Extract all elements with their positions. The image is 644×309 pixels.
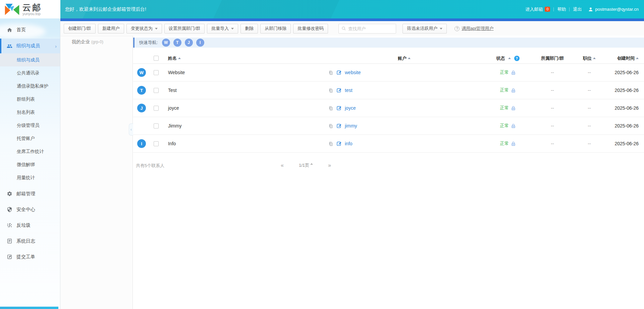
account-link[interactable]: website	[345, 70, 361, 75]
account-link[interactable]: info	[345, 141, 353, 146]
filter-inactive-users-button[interactable]: 筛选未活跃用户	[402, 24, 447, 34]
welcome-message: 您好，欢迎来到云邮企业邮箱管理后台!	[65, 0, 146, 18]
enter-mailbox-link[interactable]: 进入邮箱	[525, 6, 543, 12]
account-link[interactable]: test	[345, 88, 353, 93]
status-column-header[interactable]: 状态	[476, 55, 540, 61]
created-value: 2025-06-26	[606, 70, 644, 75]
sidebar-bottom-strip	[0, 307, 58, 309]
help-link[interactable]: 帮助	[557, 6, 566, 12]
status-text: 正常	[500, 87, 509, 93]
sidebar-subitem-hosted-accounts[interactable]: 托管账户	[0, 132, 60, 145]
sidebar-subitem-wechat-unbind[interactable]: 微信解绑	[0, 158, 60, 171]
sidebar-item-system-log[interactable]: 系统日志	[0, 233, 60, 249]
brand-text: 云邮 yunyou.top	[22, 3, 42, 16]
sidebar-subitem-agent-stats[interactable]: 坐席工作统计	[0, 145, 60, 158]
copy-icon[interactable]	[328, 106, 333, 111]
sidebar-subitem-org-members[interactable]: 组织与成员	[0, 53, 60, 66]
copy-icon[interactable]	[328, 88, 333, 93]
compose-icon[interactable]	[336, 88, 342, 93]
compose-icon[interactable]	[336, 123, 342, 128]
compose-icon[interactable]	[336, 105, 342, 111]
sidebar-subitem-usage-stats[interactable]: 用量统计	[0, 171, 60, 184]
user-name: Website	[162, 70, 321, 75]
select-all-checkbox[interactable]	[154, 56, 159, 61]
users-icon	[7, 43, 12, 49]
sidebar-item-submit-ticket[interactable]: 提交工单	[0, 249, 60, 265]
lock-icon	[511, 88, 516, 93]
ticket-edit-icon	[7, 254, 12, 260]
sidebar-item-antispam[interactable]: 反垃圾	[0, 217, 60, 233]
row-checkbox[interactable]	[154, 123, 159, 128]
sidebar-item-label: 首页	[16, 27, 26, 33]
chevron-right-icon: ›	[55, 43, 57, 49]
copy-icon[interactable]	[328, 123, 333, 128]
next-page-button[interactable]: »	[328, 162, 331, 168]
sidebar-item-org-members[interactable]: 组织与成员 ›	[0, 39, 60, 53]
compose-icon[interactable]	[336, 70, 342, 75]
change-status-button[interactable]: 变更状态为	[126, 24, 162, 34]
row-checkbox[interactable]	[154, 106, 159, 111]
create-dept-group-button[interactable]: 创建部门/群	[64, 24, 96, 34]
status-text: 正常	[500, 141, 509, 147]
set-dept-group-button[interactable]: 设置所属部门/群	[164, 24, 205, 34]
home-icon	[7, 27, 12, 33]
lock-icon	[511, 123, 516, 128]
sidebar-item-security-center[interactable]: 安全中心	[0, 202, 60, 217]
created-column-header[interactable]: 创建时间	[606, 55, 644, 61]
quick-nav-letter[interactable]: W	[162, 39, 170, 47]
quick-nav-letter[interactable]: I	[196, 39, 204, 47]
position-column-header[interactable]: 职位	[573, 55, 606, 61]
batch-import-button[interactable]: 批量导入	[207, 24, 238, 34]
table-row: T Test test 正常 -- -- 2025-06-26	[133, 82, 644, 99]
sidebar-item-mail-admin[interactable]: 邮箱管理	[0, 186, 60, 202]
sort-asc-icon	[408, 57, 411, 59]
status-help-icon[interactable]	[514, 56, 520, 61]
quick-nav-letter[interactable]: T	[173, 39, 181, 47]
sidebar-subitem-group-list[interactable]: 群组列表	[0, 93, 60, 106]
sidebar-subitem-contacts-privacy[interactable]: 通信录隐私保护	[0, 80, 60, 93]
user-name: joyce	[162, 105, 321, 111]
remove-from-dept-button[interactable]: 从部门移除	[260, 24, 291, 34]
sort-asc-icon	[508, 57, 511, 59]
brand-logo-icon	[4, 3, 20, 16]
api-manage-users-link[interactable]: 调用api管理用户	[454, 25, 493, 32]
search-icon	[341, 26, 346, 31]
row-checkbox[interactable]	[154, 70, 159, 75]
toolbar: 创建部门/群 新建用户 变更状态为 设置所属部门/群 批量导入 删除 从部门移除…	[60, 21, 644, 36]
row-checkbox[interactable]	[154, 141, 159, 146]
lock-icon	[511, 106, 516, 111]
sidebar-subitem-sub-admins[interactable]: 分级管理员	[0, 119, 60, 132]
copy-icon[interactable]	[328, 141, 333, 146]
account-column-header[interactable]: 账户	[330, 55, 478, 61]
brand-domain: yunyou.top	[22, 12, 42, 16]
quick-nav-letter[interactable]: J	[185, 39, 193, 47]
sidebar-item-home[interactable]: 首页	[0, 22, 60, 38]
sidebar-subitem-public-contacts[interactable]: 公共通讯录	[0, 66, 60, 80]
logo[interactable]: 云邮 yunyou.top	[0, 0, 60, 18]
table-row: J joyce joyce 正常 -- -- 2025-06-26	[133, 99, 644, 117]
content-top-accent	[60, 18, 644, 21]
tree-root-label: 我的企业	[72, 39, 90, 44]
user-name: Jimmy	[162, 123, 321, 128]
row-checkbox[interactable]	[154, 88, 159, 93]
compose-icon[interactable]	[336, 141, 342, 146]
tree-root-item[interactable]: 我的企业(grp-0)	[72, 39, 132, 45]
sidebar: 首页 组织与成员 › 组织与成员 公共通讯录 通信录隐私保护 群组列表 别名列表…	[0, 18, 60, 309]
prev-page-button[interactable]: «	[281, 162, 284, 168]
page-indicator[interactable]: 1/1页	[299, 162, 313, 168]
search-input[interactable]	[348, 26, 392, 31]
new-user-button[interactable]: 新建用户	[98, 24, 124, 34]
batch-change-password-button[interactable]: 批量修改密码	[293, 24, 328, 34]
sidebar-subitem-alias-list[interactable]: 别名列表	[0, 106, 60, 119]
account-link[interactable]: joyce	[345, 105, 356, 111]
mailbox-count-badge: 0	[545, 7, 550, 12]
tree-collapse-handle[interactable]	[129, 123, 133, 136]
name-column-header[interactable]: 姓名	[162, 55, 321, 61]
question-icon	[454, 26, 460, 31]
position-value: --	[573, 105, 606, 111]
table-header: 姓名 账户 状态 所属部门/群 职位 创建时间	[133, 53, 644, 64]
delete-button[interactable]: 删除	[240, 24, 258, 34]
logout-link[interactable]: 退出	[573, 6, 582, 12]
account-link[interactable]: jimmy	[345, 123, 357, 128]
copy-icon[interactable]	[328, 70, 333, 75]
